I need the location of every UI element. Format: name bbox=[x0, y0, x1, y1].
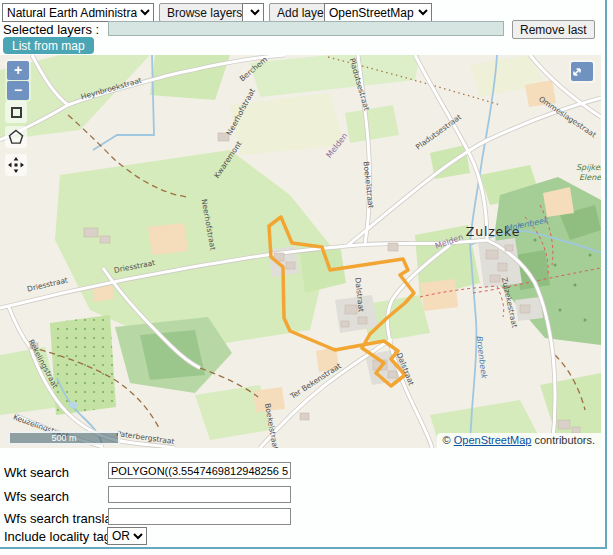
locality-tags-select[interactable]: OR bbox=[107, 527, 147, 545]
wfs-search-translated-input[interactable] bbox=[108, 508, 291, 525]
draw-box-button[interactable] bbox=[5, 101, 27, 123]
zoom-in-button[interactable]: + bbox=[7, 61, 29, 80]
square-icon bbox=[11, 107, 22, 118]
move-crosshair-icon bbox=[8, 157, 24, 173]
layer-source-select[interactable]: Natural Earth Administrative bbox=[2, 3, 154, 22]
app-frame: Natural Earth Administrative Browse laye… bbox=[0, 0, 607, 549]
list-from-map-button[interactable]: List from map bbox=[3, 37, 94, 54]
pentagon-icon bbox=[7, 128, 25, 146]
selected-layers-input[interactable] bbox=[108, 21, 504, 36]
application-window: Natural Earth Administrative Browse laye… bbox=[0, 0, 613, 555]
zoom-control: + − bbox=[5, 59, 31, 102]
wfs-search-label: Wfs search bbox=[4, 489, 69, 504]
attribution: © OpenStreetMap contributors. bbox=[437, 433, 601, 448]
scale-bar: 500 m bbox=[8, 431, 120, 445]
attribution-suffix: contributors. bbox=[531, 434, 595, 446]
browse-layers-button[interactable]: Browse layers bbox=[159, 3, 250, 22]
fullscreen-button[interactable] bbox=[571, 62, 593, 81]
fullscreen-control bbox=[569, 60, 595, 83]
map-label: Spijkere bbox=[576, 163, 601, 172]
zoom-out-button[interactable]: − bbox=[7, 81, 29, 100]
selected-layers-label: Selected layers : bbox=[3, 22, 99, 37]
openstreetmap-link[interactable]: OpenStreetMap bbox=[454, 434, 532, 446]
attribution-prefix: © bbox=[443, 434, 454, 446]
wkt-search-input[interactable] bbox=[108, 462, 291, 479]
wfs-search-input[interactable] bbox=[108, 486, 291, 503]
remove-last-button[interactable]: Remove last bbox=[512, 20, 595, 39]
draw-polygon-button[interactable] bbox=[5, 126, 27, 148]
wkt-search-label: Wkt search bbox=[4, 465, 69, 480]
move-feature-button[interactable] bbox=[5, 154, 27, 176]
pond bbox=[69, 402, 78, 408]
layer-mini-select[interactable] bbox=[242, 3, 264, 22]
basemap-select[interactable]: OpenStreetMap bbox=[324, 3, 432, 22]
map-canvas[interactable]: Zulzeke Molenbeek Broenbeek Melden Melde… bbox=[0, 55, 601, 448]
map-tiles: Zulzeke Molenbeek Broenbeek Melden Melde… bbox=[0, 55, 601, 448]
map-label: Elenen bbox=[579, 173, 601, 182]
fullscreen-icon bbox=[571, 66, 583, 78]
